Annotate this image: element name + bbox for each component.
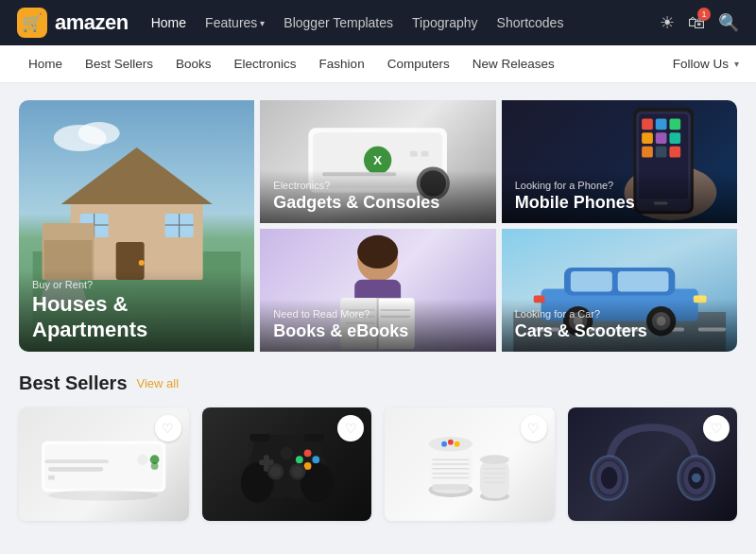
svg-rect-75: [48, 476, 55, 480]
best-sellers-header: Best Sellers View all: [19, 372, 737, 394]
houses-subtitle: Buy or Rent?: [32, 279, 241, 290]
wishlist-btn-speaker[interactable]: ♡: [521, 415, 547, 441]
product-card-controller[interactable]: ♡: [202, 407, 372, 521]
svg-point-84: [295, 456, 302, 463]
product-card-speaker[interactable]: ♡: [385, 407, 555, 521]
second-nav-fashion[interactable]: Fashion: [308, 45, 376, 83]
svg-rect-32: [669, 119, 680, 130]
second-nav-computers[interactable]: Computers: [376, 45, 461, 83]
second-nav-books[interactable]: Books: [164, 45, 223, 83]
product-card-headphones[interactable]: ♡: [568, 407, 738, 521]
logo-link[interactable]: 🛒 amazen: [17, 8, 129, 38]
cars-overlay: Looking for a Car? Cars & Scooters: [502, 299, 737, 352]
svg-point-108: [480, 455, 509, 464]
phones-subtitle: Looking for a Phone?: [515, 180, 724, 191]
nav-home[interactable]: Home: [151, 15, 186, 30]
gadgets-overlay: Electronics? Gadgets & Consoles: [260, 170, 495, 223]
svg-rect-22: [410, 151, 418, 157]
svg-rect-107: [480, 459, 509, 498]
top-nav-right: ☀ 🛍 1 🔍: [660, 12, 739, 33]
product-card-console[interactable]: ♡: [19, 407, 189, 521]
svg-rect-81: [259, 459, 274, 465]
hero-cell-phones[interactable]: Looking for a Phone? Mobile Phones: [502, 100, 737, 223]
svg-point-104: [448, 440, 454, 445]
svg-rect-60: [617, 271, 668, 292]
svg-point-77: [48, 490, 158, 501]
phones-overlay: Looking for a Phone? Mobile Phones: [502, 170, 737, 223]
follow-us-label: Follow Us: [673, 57, 729, 71]
second-navigation: Home Best Sellers Books Electronics Fash…: [0, 45, 756, 83]
svg-rect-71: [44, 459, 109, 463]
second-nav-home[interactable]: Home: [17, 45, 74, 83]
svg-rect-38: [669, 147, 680, 158]
nav-blogger[interactable]: Blogger Templates: [284, 15, 393, 30]
svg-point-105: [455, 441, 460, 447]
cart-icon[interactable]: 🛍 1: [688, 13, 705, 33]
top-navigation: 🛒 amazen Home Features ▾ Blogger Templat…: [0, 0, 756, 45]
second-nav-newreleases[interactable]: New Releases: [461, 45, 566, 83]
svg-point-2: [78, 122, 120, 145]
houses-title: Houses & Apartments: [32, 292, 241, 342]
svg-rect-23: [421, 151, 429, 157]
hero-cell-gadgets[interactable]: X Electronics? Gadgets & Consoles: [260, 100, 495, 223]
second-nav-electronics[interactable]: Electronics: [223, 45, 308, 83]
view-all-link[interactable]: View all: [137, 376, 180, 390]
svg-rect-35: [669, 132, 680, 144]
top-nav-links: Home Features ▾ Blogger Templates Tipogr…: [151, 15, 637, 30]
follow-us-dropdown[interactable]: Follow Us ▾: [673, 57, 739, 71]
svg-rect-59: [571, 271, 612, 292]
product-img-wrap-speaker: ♡: [385, 407, 555, 521]
hero-grid: Buy or Rent? Houses & Apartments X: [19, 100, 737, 352]
svg-point-115: [600, 467, 616, 489]
svg-rect-33: [642, 132, 653, 144]
svg-point-73: [137, 454, 148, 465]
svg-point-90: [280, 447, 293, 460]
svg-rect-30: [642, 119, 653, 130]
books-overlay: Need to Read More? Books & eBooks: [260, 299, 495, 352]
wishlist-btn-controller[interactable]: ♡: [337, 415, 364, 441]
product-img-wrap-headphones: ♡: [568, 407, 738, 521]
phones-title: Mobile Phones: [515, 193, 724, 214]
houses-overlay: Buy or Rent? Houses & Apartments: [19, 269, 254, 352]
cars-subtitle: Looking for a Car?: [515, 308, 724, 320]
wishlist-btn-headphones[interactable]: ♡: [703, 415, 730, 441]
hero-cell-cars[interactable]: Looking for a Car? Cars & Scooters: [502, 229, 737, 352]
main-content: Buy or Rent? Houses & Apartments X: [0, 83, 756, 538]
hero-cell-books[interactable]: Need to Read More? Books & eBooks: [260, 229, 495, 352]
svg-rect-91: [249, 434, 269, 441]
follow-us-chevron-icon: ▾: [734, 59, 739, 69]
svg-point-76: [151, 462, 159, 470]
cars-title: Cars & Scooters: [515, 321, 724, 342]
svg-rect-34: [655, 132, 666, 144]
product-img-wrap-console: ♡: [19, 407, 189, 521]
books-subtitle: Need to Read More?: [273, 308, 482, 320]
svg-point-89: [292, 466, 303, 477]
svg-point-82: [303, 449, 311, 457]
nav-features[interactable]: Features ▾: [205, 15, 265, 30]
svg-point-87: [269, 466, 281, 477]
svg-rect-102: [432, 484, 469, 490]
product-img-wrap-controller: ♡: [202, 407, 372, 521]
svg-rect-92: [303, 434, 323, 441]
search-icon[interactable]: 🔍: [718, 12, 739, 33]
svg-rect-36: [642, 147, 653, 158]
brightness-icon[interactable]: ☀: [660, 12, 675, 33]
gadgets-title: Gadgets & Consoles: [273, 193, 482, 214]
gadgets-subtitle: Electronics?: [273, 180, 482, 191]
svg-rect-31: [655, 119, 666, 130]
hero-cell-houses[interactable]: Buy or Rent? Houses & Apartments: [19, 100, 254, 352]
second-nav-links: Home Best Sellers Books Electronics Fash…: [17, 45, 673, 83]
svg-text:X: X: [373, 153, 382, 167]
nav-typography[interactable]: Tipography: [412, 15, 478, 30]
best-sellers-title: Best Sellers: [19, 372, 128, 394]
svg-rect-70: [44, 444, 163, 490]
second-nav-bestsellers[interactable]: Best Sellers: [74, 45, 164, 83]
svg-point-41: [357, 235, 398, 268]
svg-rect-72: [48, 467, 103, 472]
wishlist-btn-console[interactable]: ♡: [155, 415, 181, 441]
svg-point-103: [441, 441, 447, 447]
cart-badge: 1: [697, 8, 711, 21]
product-grid: ♡: [19, 407, 737, 521]
brand-name: amazen: [55, 10, 129, 35]
nav-shortcodes[interactable]: Shortcodes: [497, 15, 564, 30]
